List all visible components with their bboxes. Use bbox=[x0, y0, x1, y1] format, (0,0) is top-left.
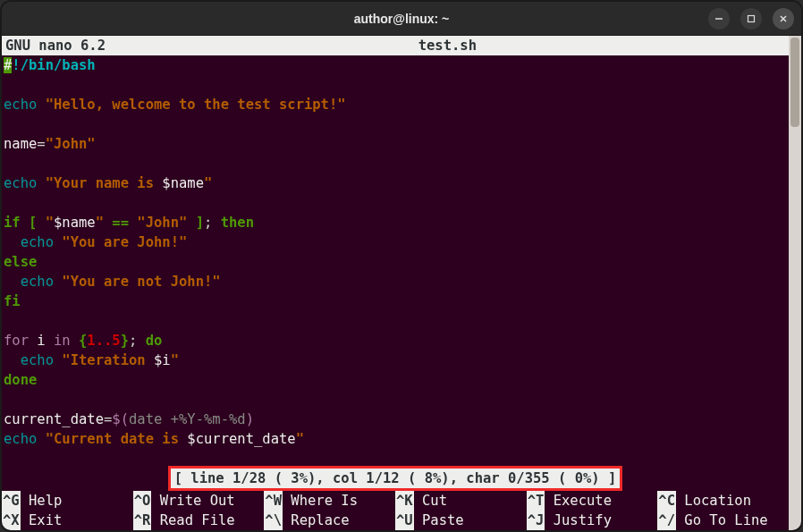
editor-content[interactable]: #!/bin/bash echo "Hello, welcome to the … bbox=[2, 55, 801, 449]
scrollbar[interactable] bbox=[789, 36, 801, 530]
svg-rect-1 bbox=[748, 15, 755, 21]
cursor-position-status: [ line 1/28 ( 3%), col 1/12 ( 8%), char … bbox=[168, 466, 623, 491]
shortcut-paste[interactable]: ^U Paste bbox=[395, 511, 527, 530]
status-bar: [ line 1/28 ( 3%), col 1/12 ( 8%), char … bbox=[2, 466, 789, 491]
cursor: # bbox=[4, 57, 12, 73]
shortcut-replace[interactable]: ^\ Replace bbox=[264, 511, 395, 530]
window-title: author@linux: ~ bbox=[354, 12, 450, 26]
nano-app-name: GNU nano 6.2 bbox=[5, 36, 106, 55]
shortcut-execute[interactable]: ^T Execute bbox=[527, 491, 658, 511]
shortcut-bar: ^G Help ^O Write Out ^W Where Is ^K Cut … bbox=[2, 491, 789, 530]
shortcut-go-to-line[interactable]: ^/ Go To Line bbox=[657, 511, 789, 530]
shortcut-read-file[interactable]: ^R Read File bbox=[133, 511, 265, 530]
window-controls bbox=[708, 8, 794, 30]
shortcut-justify[interactable]: ^J Justify bbox=[527, 511, 658, 530]
nano-header: GNU nano 6.2 test.sh bbox=[2, 36, 801, 55]
shortcut-location[interactable]: ^C Location bbox=[657, 491, 789, 511]
close-button[interactable] bbox=[773, 8, 794, 30]
shortcut-help[interactable]: ^G Help bbox=[2, 491, 133, 511]
shortcut-exit[interactable]: ^X Exit bbox=[2, 511, 133, 530]
shortcut-cut[interactable]: ^K Cut bbox=[395, 491, 527, 511]
shortcut-row-2: ^X Exit ^R Read File ^\ Replace ^U Paste… bbox=[2, 511, 789, 530]
scrollbar-thumb[interactable] bbox=[790, 38, 799, 127]
terminal-window: author@linux: ~ GNU nano 6.2 test.sh #!/… bbox=[0, 0, 803, 532]
shortcut-row-1: ^G Help ^O Write Out ^W Where Is ^K Cut … bbox=[2, 491, 789, 511]
terminal-area[interactable]: GNU nano 6.2 test.sh #!/bin/bash echo "H… bbox=[2, 36, 801, 530]
nano-filename: test.sh bbox=[418, 36, 477, 55]
minimize-button[interactable] bbox=[708, 8, 730, 30]
maximize-button[interactable] bbox=[740, 8, 762, 30]
titlebar: author@linux: ~ bbox=[2, 2, 801, 36]
shortcut-write-out[interactable]: ^O Write Out bbox=[133, 491, 265, 511]
shortcut-where-is[interactable]: ^W Where Is bbox=[264, 491, 395, 511]
